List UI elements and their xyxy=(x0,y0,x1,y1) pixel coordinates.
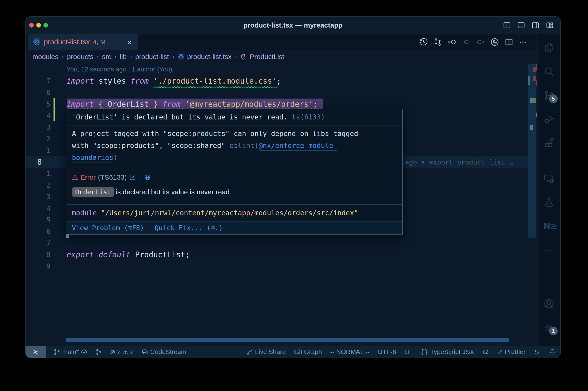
popup-diagnostic-section: 'OrderList' is declared but its value is… xyxy=(66,109,402,125)
tab-product-list[interactable]: product-list.tsx 4, M × xyxy=(28,34,138,50)
timeline-history-icon[interactable] xyxy=(419,38,428,46)
gitlens-codelens[interactable]: You, 12 seconds ago | 1 author (You) xyxy=(67,64,172,75)
tab-label: product-list.tsx xyxy=(44,38,90,46)
view-problem-action[interactable]: View Problem (⌥F8) xyxy=(72,224,144,232)
gitlens-compare-status[interactable] xyxy=(95,349,102,355)
customize-layout-icon[interactable] xyxy=(546,21,554,29)
line-number: 1 xyxy=(25,145,51,156)
extensions-icon[interactable] xyxy=(543,138,554,149)
copilot-status-icon[interactable] xyxy=(482,349,489,355)
line-number: 4 xyxy=(25,110,51,121)
line-number: 6 xyxy=(25,87,51,98)
lint-squiggle xyxy=(154,85,277,87)
vim-mode-status[interactable]: -- NORMAL -- xyxy=(330,348,370,356)
desktop: product-list.tsx — myreactapp xyxy=(0,0,588,391)
eol-status[interactable]: LF xyxy=(405,348,412,356)
quick-fix-action[interactable]: Quick Fix... (⌘.) xyxy=(155,224,223,232)
line-number: 2 xyxy=(25,180,51,191)
inline-blame-annotation: ago • export product list … xyxy=(405,156,513,168)
settings-gear-icon[interactable]: 1 xyxy=(543,322,554,333)
remote-explorer-icon[interactable] xyxy=(543,173,554,184)
react-file-icon xyxy=(177,53,184,60)
codestream-status[interactable]: CodeStream xyxy=(142,348,186,356)
publish-cloud-icon xyxy=(81,349,87,355)
notifications-bell-icon[interactable] xyxy=(549,349,556,355)
open-external-icon[interactable] xyxy=(129,174,136,181)
editor-actions: ⋯ xyxy=(419,34,537,50)
remote-indicator[interactable] xyxy=(25,346,46,358)
symbol-class-icon xyxy=(240,53,247,60)
additional-views-icon[interactable]: ⋯ xyxy=(543,245,554,256)
window-title: product-list.tsx — myreactapp xyxy=(25,21,560,29)
toggle-panel-icon[interactable] xyxy=(517,21,525,29)
popup-status-bar: View Problem (⌥F8) Quick Fix... (⌘.) xyxy=(66,221,402,234)
scm-changes-badge: 5 xyxy=(549,95,558,103)
prettier-status[interactable]: ✓ Prettier xyxy=(498,348,525,356)
line-number: 2 xyxy=(25,133,51,145)
line-number: 3 xyxy=(25,191,51,203)
line-number: 8 xyxy=(25,249,51,261)
popup-module-section: module "/Users/juri/nrwl/content/myreact… xyxy=(66,205,402,222)
git-branch-status[interactable]: main* xyxy=(54,348,87,356)
breadcrumb-item[interactable]: product-list xyxy=(135,53,169,61)
git-added-gutter-marker xyxy=(54,98,55,121)
popup-resize-grip[interactable] xyxy=(66,235,69,238)
git-added-overview-mark xyxy=(528,76,530,85)
line-number: 1 xyxy=(25,168,51,180)
globe-icon[interactable] xyxy=(144,174,151,181)
breadcrumb-file[interactable]: product-list.tsx xyxy=(187,53,232,61)
code-line: export default ProductList; xyxy=(67,249,190,261)
language-mode-status[interactable]: {} TypeScript JSX xyxy=(420,348,474,356)
git-graph-icon[interactable] xyxy=(490,38,499,46)
next-change-icon[interactable] xyxy=(476,38,485,46)
react-file-icon xyxy=(33,38,41,46)
previous-change-icon[interactable] xyxy=(448,38,456,46)
warning-overview-mark xyxy=(533,98,536,103)
tab-close-icon[interactable]: × xyxy=(127,38,133,46)
ruler-error-mark xyxy=(536,80,537,86)
change-marker-icon[interactable] xyxy=(462,38,471,46)
settings-badge: 1 xyxy=(549,327,558,335)
activity-bar: 5 N≥ ⋯ 1 xyxy=(537,34,560,346)
eslint-rule-link[interactable]: boundaries xyxy=(72,153,113,162)
compare-changes-icon[interactable] xyxy=(433,38,442,46)
line-number: 6 xyxy=(25,226,51,237)
explorer-icon[interactable] xyxy=(543,42,554,53)
line-number: 7 xyxy=(25,75,51,87)
breadcrumb-item[interactable]: products xyxy=(67,53,93,61)
popup-error-detail-section: ⚠ Error(TS6133) | OrderList is de xyxy=(66,166,402,205)
nx-console-icon[interactable]: N≥ xyxy=(543,221,554,232)
breadcrumb-item[interactable]: modules xyxy=(32,53,58,61)
accounts-icon[interactable] xyxy=(543,298,554,309)
source-control-icon[interactable]: 5 xyxy=(543,90,554,101)
popup-eslint-rule-section: A project tagged with "scope:products" c… xyxy=(66,125,402,166)
problems-status[interactable]: ⊗ 2 ⚠ 2 xyxy=(110,348,134,356)
breadcrumb-item[interactable]: src xyxy=(102,53,111,61)
encoding-status[interactable]: UTF-8 xyxy=(378,348,396,356)
run-debug-icon[interactable] xyxy=(543,114,554,125)
code-editor[interactable]: ago • export product list … 7 6 5 4 3 2 … xyxy=(25,63,537,346)
breadcrumb-symbol[interactable]: ProductList xyxy=(250,53,284,61)
toggle-primary-sidebar-icon[interactable] xyxy=(503,21,511,29)
status-bar: main* ⊗ 2 ⚠ 2 CodeStream Live Share xyxy=(25,346,560,358)
testing-icon[interactable] xyxy=(543,197,554,208)
vscode-window: product-list.tsx — myreactapp xyxy=(25,16,560,358)
ruler-warning-mark xyxy=(536,112,537,117)
line-number: 5 xyxy=(25,98,51,110)
horizontal-scrollbar[interactable] xyxy=(66,338,509,342)
git-graph-status[interactable]: Git Graph xyxy=(294,348,322,356)
symbol-badge: OrderList xyxy=(72,187,114,197)
toggle-secondary-sidebar-icon[interactable] xyxy=(531,21,539,29)
vertical-scrollbar[interactable] xyxy=(528,64,536,238)
live-share-status[interactable]: Live Share xyxy=(246,348,286,356)
eslint-rule-link[interactable]: @nx/enforce-module- xyxy=(259,142,337,150)
titlebar: product-list.tsx — myreactapp xyxy=(25,16,560,34)
cursor-overview-mark xyxy=(530,125,533,130)
more-actions-icon[interactable]: ⋯ xyxy=(519,38,527,46)
line-number: 4 xyxy=(25,203,51,214)
feedback-icon[interactable] xyxy=(534,349,541,355)
split-editor-icon[interactable] xyxy=(505,38,513,46)
search-icon[interactable] xyxy=(543,66,554,77)
breadcrumb-item[interactable]: lib xyxy=(120,53,127,61)
line-number: 9 xyxy=(25,261,51,272)
